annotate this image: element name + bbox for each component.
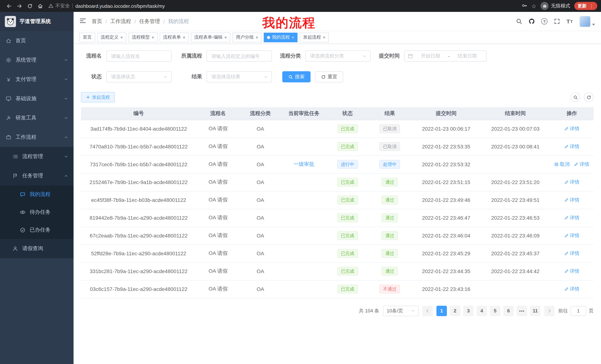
reset-button[interactable]: 重置: [315, 71, 343, 82]
detail-action[interactable]: 详情: [564, 268, 580, 275]
tab-close-icon[interactable]: ×: [151, 35, 154, 39]
sidebar-item-payment[interactable]: ¥ 支付管理: [0, 70, 74, 89]
sidebar-item-todo-tasks[interactable]: 待办任务: [0, 203, 74, 221]
refresh-table-button[interactable]: [584, 92, 594, 102]
pager-next-button[interactable]: [544, 306, 555, 316]
sidebar-menu: 首页 系统管理 ¥ 支付管理 基础设施: [0, 31, 74, 258]
reload-icon[interactable]: [25, 1, 35, 11]
breadcrumb-separator: /: [134, 18, 136, 24]
definition-input[interactable]: [207, 50, 272, 62]
pager-page-1[interactable]: 1: [436, 306, 447, 316]
detail-action[interactable]: 详情: [564, 250, 580, 257]
tab-process-form-edit[interactable]: 流程表单-编辑×: [191, 32, 230, 42]
sidebar-item-leave-query[interactable]: 请假查询: [0, 239, 74, 258]
tab-close-icon[interactable]: ×: [224, 35, 227, 39]
goto-page-input[interactable]: [571, 306, 586, 316]
breadcrumb-item[interactable]: 首页: [92, 18, 102, 25]
create-process-button[interactable]: 发起流程: [81, 92, 115, 102]
breadcrumb-item[interactable]: 任务管理: [139, 18, 160, 25]
ops-cell: 详情: [550, 120, 594, 138]
tab-process-model[interactable]: 流程模型×: [129, 32, 158, 42]
submit-time-range-picker[interactable]: 开始日期 - 结束日期: [404, 50, 487, 62]
detail-action[interactable]: 详情: [564, 214, 580, 221]
back-icon[interactable]: [4, 1, 14, 11]
tab-user-group[interactable]: 用户分组×: [232, 32, 261, 42]
pager-ellipsis[interactable]: •••: [517, 306, 527, 316]
result-select[interactable]: 请选择流结果: [207, 71, 272, 82]
page-size-select[interactable]: 10条/页: [383, 306, 419, 316]
detail-action[interactable]: 详情: [564, 125, 580, 132]
cancel-action[interactable]: 取消: [554, 161, 570, 168]
incognito-icon: [541, 2, 549, 10]
sidebar-item-my-process[interactable]: 我的流程: [0, 185, 74, 203]
hamburger-icon[interactable]: [80, 17, 86, 25]
result-tag: 已取消: [380, 142, 400, 151]
tab-label: 首页: [83, 34, 92, 40]
sidebar-item-process-mgmt[interactable]: 流程管理: [0, 147, 74, 166]
menu-label: 基础设施: [16, 95, 60, 102]
pager-page-2[interactable]: 2: [450, 306, 460, 316]
font-size-icon[interactable]: TT: [566, 18, 573, 25]
tab-my-process[interactable]: 我的流程×: [264, 32, 298, 42]
sidebar-item-system[interactable]: 系统管理: [0, 50, 74, 70]
detail-action[interactable]: 详情: [564, 179, 580, 185]
user-menu[interactable]: [580, 16, 595, 27]
status-tag: 已完成: [337, 285, 358, 294]
avatar[interactable]: [580, 16, 591, 27]
process-name-input[interactable]: [106, 50, 172, 62]
breadcrumb-item[interactable]: 工作流程: [110, 18, 131, 25]
browser-menu-icon[interactable]: ⋮: [589, 3, 594, 9]
tab-start-process[interactable]: 发起流程×: [300, 32, 329, 42]
tab-close-icon[interactable]: ×: [256, 35, 258, 39]
tab-process-definition[interactable]: 流程定义×: [97, 32, 126, 42]
ops-cell: 详情: [550, 245, 594, 262]
tab-close-icon[interactable]: ×: [120, 35, 123, 39]
sidebar-item-infrastructure[interactable]: 基础设施: [0, 89, 74, 108]
chrome-update-button[interactable]: 更新 ⋮: [574, 2, 597, 10]
tab-close-icon[interactable]: ×: [291, 35, 294, 39]
detail-action[interactable]: 详情: [564, 197, 580, 203]
github-icon[interactable]: [529, 18, 535, 25]
app-logo[interactable]: 芋道管理系统: [0, 12, 74, 31]
bookmark-star-icon[interactable]: ☆: [531, 3, 536, 9]
search-button[interactable]: 搜索: [282, 71, 311, 82]
url-text[interactable]: dashboard.yudao.iocoder.cn/bpm/task/my: [75, 3, 165, 9]
forward-icon[interactable]: [14, 1, 25, 11]
plus-icon: [86, 95, 90, 99]
address-bar[interactable]: 不安全 dashboard.yudao.iocoder.cn/bpm/task/…: [48, 3, 518, 9]
sidebar-item-done-tasks[interactable]: 已办任务: [0, 221, 74, 239]
pager-page-11[interactable]: 11: [530, 306, 541, 316]
tab-process-form[interactable]: 流程表单×: [160, 32, 189, 42]
pager-page-5[interactable]: 5: [490, 306, 500, 316]
status-select[interactable]: 请选择状态: [106, 71, 172, 82]
toggle-search-button[interactable]: [571, 92, 580, 102]
current-task-link[interactable]: 一级审批: [281, 155, 327, 173]
sidebar-item-workflow[interactable]: 工作流程: [0, 128, 74, 147]
pager-prev-button[interactable]: [422, 306, 433, 316]
date-end-placeholder[interactable]: 结束日期: [451, 53, 483, 59]
not-secure-warning[interactable]: 不安全: [48, 3, 70, 9]
detail-action[interactable]: 详情: [564, 143, 580, 150]
tab-close-icon[interactable]: ×: [323, 35, 325, 39]
tag-tab-bar: 首页 流程定义× 流程模型× 流程表单× 流程表单-编辑× 用户分组× 我的流程…: [74, 31, 601, 44]
pager-page-4[interactable]: 4: [477, 306, 487, 316]
password-key-icon[interactable]: [521, 2, 527, 10]
tab-home[interactable]: 首页: [80, 32, 95, 42]
sidebar-item-home[interactable]: 首页: [0, 31, 74, 50]
pager-page-3[interactable]: 3: [463, 306, 474, 316]
home-nav-icon[interactable]: [35, 1, 45, 11]
sidebar-item-task-mgmt[interactable]: 任务管理: [0, 166, 74, 185]
pager-page-6[interactable]: 6: [503, 306, 514, 316]
result-tag: 通过: [382, 231, 398, 240]
tab-close-icon[interactable]: ×: [183, 35, 185, 39]
detail-action[interactable]: 详情: [564, 232, 580, 239]
search-icon[interactable]: [516, 18, 522, 25]
sidebar-item-devtools[interactable]: 研发工具: [0, 108, 74, 128]
category-select[interactable]: 请选择流程分类: [305, 50, 371, 62]
flag-icon: [12, 173, 19, 179]
detail-action[interactable]: 详情: [574, 161, 589, 168]
help-icon[interactable]: ?: [541, 18, 548, 25]
fullscreen-icon[interactable]: [554, 18, 560, 25]
detail-action[interactable]: 详情: [564, 286, 580, 292]
date-start-placeholder[interactable]: 开始日期: [415, 53, 446, 59]
